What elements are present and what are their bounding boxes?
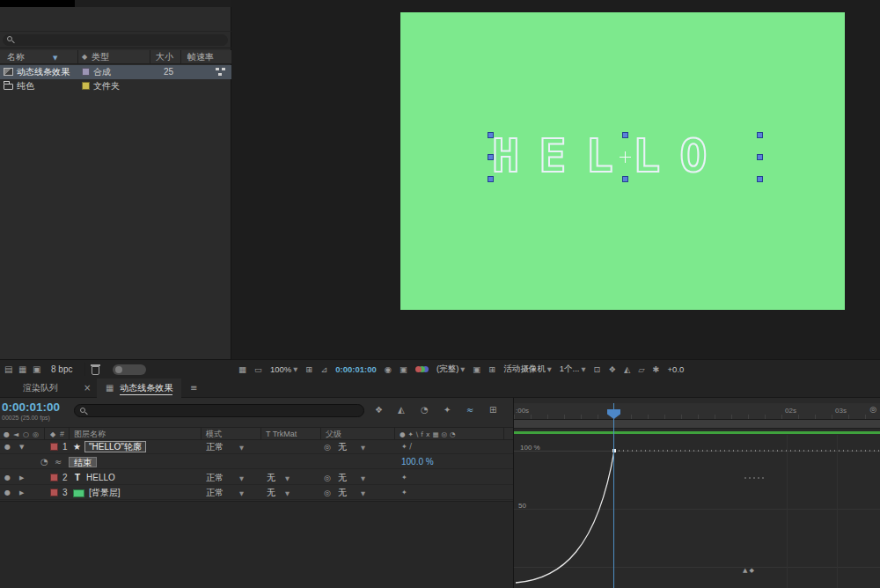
project-col-framerate[interactable]: 帧速率 bbox=[187, 50, 214, 64]
twirl-icon[interactable]: ▼ bbox=[19, 440, 24, 454]
col-trkmat[interactable]: T TrkMat bbox=[266, 428, 297, 441]
parent-dropdown-icon[interactable]: ▼ bbox=[361, 487, 365, 501]
flowchart-icon[interactable] bbox=[216, 68, 226, 77]
flowchart-icon[interactable]: ❖ bbox=[608, 364, 616, 374]
visibility-icon[interactable]: ● bbox=[4, 440, 11, 454]
playhead-line[interactable] bbox=[613, 403, 614, 588]
layer-switches[interactable]: ✦ bbox=[401, 471, 407, 485]
comp-flowchart-icon[interactable]: ❖ bbox=[375, 405, 383, 415]
panel-menu-icon[interactable]: ≡ bbox=[190, 379, 197, 398]
layer-duration-bar[interactable] bbox=[514, 431, 880, 434]
draft3d-icon[interactable]: ◭ bbox=[398, 405, 405, 415]
label-chip[interactable] bbox=[82, 82, 90, 90]
mode-dropdown-icon[interactable]: ▼ bbox=[239, 472, 244, 486]
layer-name[interactable]: [背景层] bbox=[89, 486, 121, 500]
project-col-type[interactable]: 类型 bbox=[92, 50, 109, 64]
twirl-icon[interactable]: ▶ bbox=[19, 486, 24, 500]
grid-options-icon[interactable]: ▦ bbox=[238, 364, 246, 374]
graph-editor[interactable]: 100 % 50 ▲ ◆ bbox=[514, 435, 880, 588]
list-view-icon[interactable]: ▤ bbox=[4, 360, 12, 379]
adjust-exposure-icon[interactable]: ◭ bbox=[624, 364, 630, 374]
tab-close-icon[interactable]: × bbox=[84, 379, 91, 398]
parent-dropdown-icon[interactable]: ▼ bbox=[361, 472, 365, 486]
layer-row-1[interactable]: ● ▼ 1 ★ "HELLO"轮廓 正常 ▼ ◎ 无 ▼ ✦ / bbox=[0, 440, 513, 454]
monitor-icon[interactable]: ▭ bbox=[254, 364, 262, 374]
label-chip[interactable] bbox=[50, 474, 58, 481]
icon-view-icon[interactable]: ▦ bbox=[18, 360, 26, 379]
property-row[interactable]: ◔ ≈ 结束 100.0 % bbox=[0, 455, 513, 469]
parent-select[interactable]: 无 bbox=[338, 486, 347, 500]
channels-icon[interactable] bbox=[415, 366, 422, 372]
trkmat-dropdown-icon[interactable]: ▼ bbox=[285, 472, 290, 486]
parent-dropdown-icon[interactable]: ▼ bbox=[361, 441, 365, 455]
sort-arrow-icon[interactable]: ▼ bbox=[53, 51, 57, 65]
composition-canvas[interactable]: HELLO bbox=[400, 12, 845, 310]
property-name[interactable]: 结束 bbox=[69, 457, 97, 467]
selection-handle[interactable] bbox=[488, 132, 494, 138]
tab-render-queue[interactable]: 渲染队列 bbox=[0, 379, 81, 398]
project-row-folder[interactable]: 纯色 文件夹 bbox=[0, 79, 231, 93]
roi-icon[interactable]: ▣ bbox=[473, 364, 480, 374]
transparency-grid-icon[interactable]: ⊞ bbox=[488, 364, 495, 374]
parent-select[interactable]: 无 bbox=[338, 471, 347, 485]
snapshot-camera-icon[interactable]: ◉ bbox=[385, 364, 392, 374]
mode-select[interactable]: 正常 bbox=[206, 471, 224, 485]
visibility-icon[interactable]: ● bbox=[4, 471, 11, 485]
goto-view-icon[interactable]: ⊡ bbox=[593, 364, 600, 374]
mask-visibility-icon[interactable]: ⊿ bbox=[320, 364, 327, 374]
label-chip[interactable] bbox=[50, 443, 58, 451]
brainstorm-icon[interactable]: ⊞ bbox=[489, 405, 496, 415]
label-chip[interactable] bbox=[50, 489, 58, 496]
comp-text-hello[interactable]: HELLO bbox=[492, 131, 727, 180]
selection-handle[interactable] bbox=[622, 176, 628, 182]
selection-handle[interactable] bbox=[757, 154, 763, 160]
zoom-select[interactable]: 100%▼ bbox=[270, 364, 297, 374]
thumbnail-icon[interactable]: ▣ bbox=[33, 360, 40, 379]
timeline-search-input[interactable] bbox=[74, 404, 364, 417]
project-search-input[interactable] bbox=[3, 34, 228, 46]
trash-icon[interactable] bbox=[92, 366, 99, 375]
pickwhip-icon[interactable]: ◎ bbox=[324, 486, 331, 500]
project-col-name[interactable]: 名称 bbox=[7, 50, 25, 64]
exposure-value[interactable]: +0.0 bbox=[668, 364, 685, 374]
timeline-time-display[interactable]: 0:00:01:00 bbox=[2, 401, 60, 414]
ruler-icon[interactable]: ⊞ bbox=[305, 364, 312, 374]
motion-blur-icon[interactable]: ✦ bbox=[444, 405, 451, 415]
selection-handle[interactable] bbox=[488, 176, 494, 182]
mode-select[interactable]: 正常 bbox=[206, 486, 224, 500]
selection-handle[interactable] bbox=[488, 154, 494, 160]
shy-layers-icon[interactable]: ◔ bbox=[421, 405, 429, 415]
show-snapshot-icon[interactable]: ▣ bbox=[400, 364, 407, 374]
comp-marker-icon[interactable]: ◎ bbox=[869, 405, 876, 414]
selection-handle[interactable] bbox=[622, 132, 628, 138]
col-layer-name[interactable]: 图层名称 bbox=[74, 428, 106, 441]
mode-dropdown-icon[interactable]: ▼ bbox=[239, 441, 244, 455]
trkmat-select[interactable]: 无 bbox=[267, 471, 275, 485]
col-parent[interactable]: 父级 bbox=[326, 428, 341, 441]
stopwatch-icon[interactable]: ◔ bbox=[40, 455, 48, 469]
col-mode[interactable]: 模式 bbox=[206, 428, 222, 441]
project-item-name[interactable]: 动态线条效果 bbox=[17, 65, 70, 79]
viewer-time-display[interactable]: 0:00:01:00 bbox=[335, 364, 376, 374]
graph-editor-icon[interactable]: ≈ bbox=[466, 405, 473, 415]
parent-select[interactable]: 无 bbox=[338, 440, 347, 454]
graph-handle-icons[interactable]: ▲ ◆ bbox=[743, 567, 754, 574]
layer-switches[interactable]: ✦ / bbox=[401, 440, 412, 454]
project-item-name[interactable]: 纯色 bbox=[17, 79, 34, 93]
project-col-size[interactable]: 大小 bbox=[156, 50, 173, 64]
pickwhip-icon[interactable]: ◎ bbox=[324, 440, 331, 454]
pickwhip-icon[interactable]: ◎ bbox=[324, 471, 331, 485]
trkmat-dropdown-icon[interactable]: ▼ bbox=[285, 487, 290, 501]
trkmat-select[interactable]: 无 bbox=[267, 486, 275, 500]
pixel-aspect-icon[interactable]: ▱ bbox=[638, 364, 644, 374]
bpc-indicator[interactable]: 8 bpc bbox=[51, 360, 72, 379]
layer-name-edit[interactable]: "HELLO"轮廓 bbox=[84, 441, 146, 452]
panel-resize-knob[interactable] bbox=[113, 364, 146, 375]
mode-select[interactable]: 正常 bbox=[206, 440, 224, 454]
layer-switches[interactable]: ✦ bbox=[401, 486, 407, 500]
label-chip[interactable] bbox=[82, 68, 90, 76]
layer-row-2[interactable]: ● ▶ 2 T HELLO 正常 ▼ 无 ▼ ◎ 无 ▼ ✦ bbox=[0, 471, 513, 485]
twirl-icon[interactable]: ▶ bbox=[19, 471, 24, 485]
tab-composition[interactable]: ▦ 动态线条效果 bbox=[97, 379, 181, 398]
label-column-icon[interactable]: ◆ bbox=[82, 50, 87, 64]
